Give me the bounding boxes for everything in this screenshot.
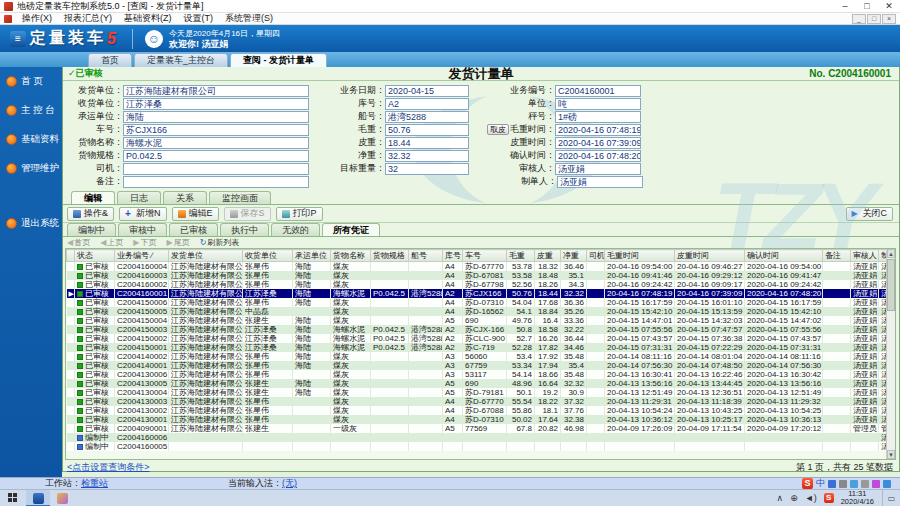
pager-link-4[interactable]: ↻刷新列表 <box>200 237 240 248</box>
table-row[interactable]: 已审核C2004130005江苏海陆建材有限公司张建生海陆煤灰A569048.9… <box>67 379 897 388</box>
minimize-button[interactable]: – <box>834 1 856 11</box>
menu-item-0[interactable]: 操作(X) <box>16 13 58 23</box>
field-input[interactable]: 1#磅 <box>555 111 641 123</box>
column-header-13[interactable]: 净重 <box>561 250 587 262</box>
volume-icon[interactable]: ◄) <box>805 493 817 503</box>
field-input[interactable]: 2020-04-16 07:48:20 <box>555 150 641 162</box>
field-input[interactable]: 32.32 <box>385 150 469 162</box>
column-header-19[interactable]: 审核人 <box>851 250 879 262</box>
tare-capture-button[interactable]: 取皮 <box>487 124 509 135</box>
table-row[interactable]: 已审核C2004160002江苏海陆建材有限公司张星伟海陆煤灰A4苏D-6779… <box>67 280 897 289</box>
table-row[interactable]: 已审核C2004130001江苏海陆建材有限公司张星伟煤灰A4苏D-073105… <box>67 415 897 424</box>
tray-sogou-icon[interactable]: S <box>824 493 834 503</box>
table-row[interactable]: 已审核C2004140002江苏海陆建材有限公司张星伟海陆煤灰A35606053… <box>67 352 897 361</box>
column-header-8[interactable]: 船号 <box>409 250 443 262</box>
menu-item-4[interactable]: 系统管理(S) <box>219 13 279 23</box>
field-input[interactable]: 2020-04-15 <box>385 85 469 97</box>
ime-settings-icon[interactable] <box>828 480 836 488</box>
pager-link-0[interactable]: ◀首页 <box>67 237 90 248</box>
menu-item-1[interactable]: 报表汇总(Y) <box>58 13 118 23</box>
field-input[interactable]: 2020-04-16 07:48:19 <box>555 124 641 136</box>
filter-tab-5[interactable]: 所有凭证 <box>322 223 380 236</box>
table-row[interactable]: 已审核C2004160003江苏海陆建材有限公司张星伟海陆煤灰A4苏D-6708… <box>67 271 897 280</box>
field-input[interactable]: 50.76 <box>385 124 469 136</box>
table-row[interactable]: 已审核C2004130004江苏海陆建材有限公司张建生海陆煤灰A5苏D-7918… <box>67 388 897 397</box>
close-form-button[interactable]: ▶关闭C <box>846 207 894 221</box>
column-header-16[interactable]: 皮重时间 <box>675 250 745 262</box>
maximize-button[interactable]: □ <box>856 1 878 11</box>
table-row[interactable]: ▶已审核C2004160001江苏海陆建材有限公司江苏泽桑海陆海螺水泥P0.04… <box>67 289 897 298</box>
ime-skin-icon[interactable] <box>872 480 880 488</box>
field-input[interactable]: 江苏海陆建材有限公司 <box>123 85 309 97</box>
column-header-10[interactable]: 车号 <box>463 250 507 262</box>
table-row[interactable]: 编制中C2004160006汤亚娟 <box>67 433 897 442</box>
table-row[interactable]: 已审核C2004090001江苏海陆建材有限公司张建生一级灰A57756967.… <box>67 424 897 433</box>
ime-link[interactable]: (无) <box>282 478 297 488</box>
toolbar-button-4[interactable]: 打印P <box>276 207 323 221</box>
field-input[interactable]: 苏CJX166 <box>123 124 309 136</box>
table-row[interactable]: 已审核C2004140001江苏海陆建材有限公司张星伟海陆煤灰A36775953… <box>67 361 897 370</box>
pager-link-3[interactable]: ▶尾页 <box>166 237 189 248</box>
sidebar-item-2[interactable]: 基础资料 <box>0 125 62 154</box>
toolbar-button-0[interactable]: 操作& <box>67 207 114 221</box>
table-row[interactable]: 已审核C2004150006江苏海陆建材有限公司张星伟海陆煤灰A4苏D-0731… <box>67 298 897 307</box>
tab-2[interactable]: 查阅 - 发货计量单 <box>230 53 327 67</box>
column-header-0[interactable] <box>67 250 75 262</box>
field-input[interactable]: P0.042.5 <box>123 150 309 162</box>
ime-mic-icon[interactable] <box>839 480 847 488</box>
vertical-scrollbar[interactable]: ▲ ▼ <box>886 249 895 459</box>
filter-tab-2[interactable]: 已审核 <box>169 223 218 236</box>
scroll-down-icon[interactable]: ▼ <box>887 450 895 459</box>
menu-item-3[interactable]: 设置(T) <box>178 13 220 23</box>
sidebar-item-3[interactable]: 管理维护 <box>0 154 62 183</box>
taskbar-app-current[interactable] <box>26 490 50 506</box>
column-header-14[interactable]: 司机 <box>587 250 605 262</box>
table-row[interactable]: 已审核C2004160004江苏海陆建材有限公司张星伟海陆煤灰A4苏D-6777… <box>67 262 897 272</box>
field-input[interactable]: A2 <box>385 98 469 110</box>
ime-toolbox-icon[interactable] <box>883 480 891 488</box>
field-input[interactable]: C2004160001 <box>555 85 641 97</box>
table-row[interactable]: 已审核C2004150003江苏海陆建材有限公司江苏泽桑海陆海螺水泥P0.042… <box>67 325 897 334</box>
column-header-5[interactable]: 承运单位 <box>293 250 331 262</box>
doc-tab-3[interactable]: 监控画面 <box>209 191 271 204</box>
table-row[interactable]: 已审核C2004150005江苏海陆建材有限公司中晶磊煤灰A4苏D-165625… <box>67 307 897 316</box>
filter-tab-3[interactable]: 执行中 <box>220 223 269 236</box>
ime-keyboard-icon[interactable] <box>850 480 858 488</box>
column-header-12[interactable]: 皮重 <box>535 250 561 262</box>
column-header-18[interactable]: 备注 <box>823 250 851 262</box>
field-input[interactable]: 江苏泽桑 <box>123 98 309 110</box>
field-input[interactable]: 2020-04-16 07:39:09 <box>555 137 641 149</box>
taskbar-clock[interactable]: 11:31 2020/4/16 <box>841 490 874 506</box>
field-input[interactable]: 海螺水泥 <box>123 137 309 149</box>
column-header-2[interactable]: 业务编号 ∕ <box>115 250 169 262</box>
filter-tab-0[interactable]: 编制中 <box>67 223 116 236</box>
column-header-11[interactable]: 毛重 <box>507 250 535 262</box>
tray-expand-icon[interactable]: ∧ <box>777 493 784 503</box>
sidebar-item-0[interactable]: 首 页 <box>0 67 62 96</box>
scroll-thumb[interactable] <box>887 259 895 311</box>
pager-link-1[interactable]: ◀上页 <box>100 237 123 248</box>
start-button[interactable] <box>0 490 26 506</box>
sidebar-item-1[interactable]: 主 控 台 <box>0 96 62 125</box>
column-header-7[interactable]: 货物规格 <box>371 250 409 262</box>
field-input[interactable] <box>123 163 309 175</box>
field-input[interactable]: 汤亚娟 <box>557 176 643 188</box>
workstation-link[interactable]: 检重站 <box>81 478 108 488</box>
mdi-control-0[interactable]: _ <box>852 14 866 24</box>
table-row[interactable]: 已审核C2004150002江苏海陆建材有限公司江苏泽桑海陆海螺水泥P0.042… <box>67 334 897 343</box>
doc-tab-2[interactable]: 关系 <box>163 191 207 204</box>
column-header-3[interactable]: 发货单位 <box>169 250 243 262</box>
field-input[interactable]: 18.44 <box>385 137 469 149</box>
doc-tab-1[interactable]: 日志 <box>117 191 161 204</box>
pager-link-2[interactable]: ▶下页 <box>133 237 156 248</box>
table-row[interactable]: 已审核C2004130002江苏海陆建材有限公司张星伟煤灰A4苏D-670885… <box>67 406 897 415</box>
taskbar-app-2[interactable] <box>50 490 74 506</box>
ime-clipboard-icon[interactable] <box>861 480 869 488</box>
sidebar-item-exit[interactable]: 退出系统 <box>0 209 62 238</box>
table-row[interactable]: 已审核C2004150001江苏海陆建材有限公司江苏泽桑海陆海螺水泥P0.042… <box>67 343 897 352</box>
column-header-15[interactable]: 毛重时间 <box>605 250 675 262</box>
field-input[interactable]: 吨 <box>555 98 641 110</box>
column-header-6[interactable]: 货物名称 <box>331 250 371 262</box>
toolbar-button-1[interactable]: +新增N <box>119 207 167 221</box>
mdi-control-1[interactable]: □ <box>867 14 881 24</box>
